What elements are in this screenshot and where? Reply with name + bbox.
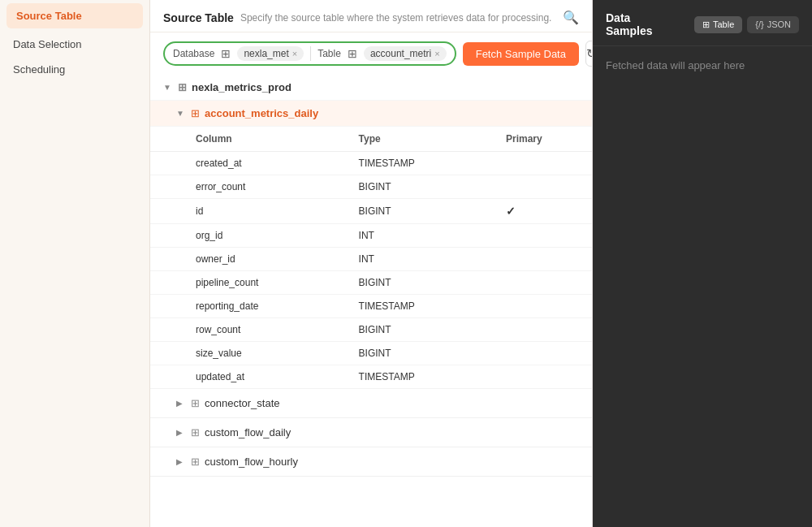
table-label: Table [317, 48, 341, 59]
table-view-icon: ⊞ [702, 19, 710, 30]
col-primary [473, 224, 592, 248]
json-view-button[interactable]: {/} JSON [747, 16, 799, 33]
sidebar-item-label: Source Table [16, 10, 82, 22]
col-primary [473, 175, 592, 199]
table-chevron-icon: ▼ [176, 109, 186, 118]
col-type: BIGINT [326, 318, 473, 342]
sidebar-item-label: Data Selection [13, 38, 82, 50]
col-name: created_at [150, 152, 326, 175]
database-table-selector: Database ⊞ nexla_met × Table ⊞ account_m… [163, 41, 456, 66]
table-row: id BIGINT ✓ [150, 199, 592, 224]
table-type-icon: ⊞ [191, 107, 200, 119]
col-primary [473, 295, 592, 318]
search-icon[interactable]: 🔍 [563, 10, 579, 25]
right-panel-header: Data Samples ⊞ Table {/} JSON [593, 0, 812, 46]
columns-table: Column Type Primary created_at TIMESTAMP… [150, 127, 592, 389]
main-header: Source Table Specify the source table wh… [150, 0, 592, 32]
col-type: TIMESTAMP [326, 295, 473, 318]
table-selector-icon: ⊞ [348, 47, 357, 60]
fetch-sample-data-button[interactable]: Fetch Sample Data [463, 42, 579, 66]
col-name: id [150, 199, 326, 224]
col-name: owner_id [150, 248, 326, 271]
sidebar-item-label: Scheduling [13, 63, 65, 76]
page-title: Source Table [163, 11, 234, 24]
collapsed-table-custom-flow-hourly[interactable]: ▶ ⊞ custom_flow_hourly [150, 447, 592, 477]
col-primary [473, 152, 592, 175]
col-primary [473, 248, 592, 271]
collapsed-table-custom-flow-daily[interactable]: ▶ ⊞ custom_flow_daily [150, 418, 592, 447]
col-primary [473, 271, 592, 295]
database-label: Database [173, 48, 214, 59]
collapsed-chevron-icon: ▶ [176, 428, 186, 437]
col-type: BIGINT [326, 342, 473, 365]
schema-chevron-icon: ▼ [163, 83, 173, 92]
right-panel: Data Samples ⊞ Table {/} JSON Fetched da… [593, 0, 812, 527]
empty-state-text: Fetched data will appear here [606, 59, 745, 71]
collapsed-table-icon: ⊞ [191, 397, 200, 409]
table-row: updated_at TIMESTAMP [150, 365, 592, 389]
database-tag[interactable]: nexla_met × [237, 46, 304, 61]
table-view-button[interactable]: ⊞ Table [694, 16, 742, 33]
col-primary [473, 365, 592, 389]
collapsed-table-icon: ⊞ [191, 426, 200, 438]
collapsed-chevron-icon: ▶ [176, 399, 186, 408]
table-row: row_count BIGINT [150, 318, 592, 342]
database-value: nexla_met [244, 48, 288, 59]
sidebar: Source Table Data Selection Scheduling [0, 0, 150, 527]
json-view-icon: {/} [755, 19, 763, 29]
table-row: error_count BIGINT [150, 175, 592, 199]
collapsed-table-name: custom_flow_hourly [205, 456, 298, 468]
selected-table-name: account_metrics_daily [205, 107, 318, 119]
col-type: BIGINT [326, 199, 473, 224]
database-remove-icon[interactable]: × [292, 49, 297, 58]
view-toggle: ⊞ Table {/} JSON [694, 16, 799, 33]
col-name: reporting_date [150, 295, 326, 318]
schema-row[interactable]: ▼ ⊞ nexla_metrics_prod [150, 75, 592, 101]
col-name: updated_at [150, 365, 326, 389]
refresh-icon: ↻ [586, 46, 593, 61]
collapsed-table-connector-state[interactable]: ▶ ⊞ connector_state [150, 389, 592, 418]
selector-divider [310, 46, 311, 61]
col-name: error_count [150, 175, 326, 199]
schema-name: nexla_metrics_prod [192, 81, 292, 93]
col-type: TIMESTAMP [326, 152, 473, 175]
sidebar-item-source-table[interactable]: Source Table [6, 3, 143, 28]
col-type: INT [326, 248, 473, 271]
col-name: pipeline_count [150, 271, 326, 295]
primary-checkmark: ✓ [506, 205, 516, 218]
table-row: size_value BIGINT [150, 342, 592, 365]
col-name: row_count [150, 318, 326, 342]
col-header-primary: Primary [473, 127, 592, 152]
schema-db-icon: ⊞ [178, 81, 187, 93]
collapsed-table-name: connector_state [205, 397, 280, 409]
table-row: org_id INT [150, 224, 592, 248]
refresh-button[interactable]: ↻ [585, 41, 593, 67]
sidebar-item-scheduling[interactable]: Scheduling [0, 57, 149, 82]
col-header-column: Column [150, 127, 326, 152]
col-name: org_id [150, 224, 326, 248]
data-samples-title: Data Samples [606, 11, 686, 37]
col-type: BIGINT [326, 175, 473, 199]
col-name: size_value [150, 342, 326, 365]
tree-content: ▼ ⊞ nexla_metrics_prod ▼ ⊞ account_metri… [150, 75, 592, 527]
col-primary: ✓ [473, 199, 592, 224]
table-row: pipeline_count BIGINT [150, 271, 592, 295]
col-primary [473, 342, 592, 365]
col-type: INT [326, 224, 473, 248]
col-type: BIGINT [326, 271, 473, 295]
table-remove-icon[interactable]: × [434, 49, 439, 58]
table-row: owner_id INT [150, 248, 592, 271]
collapsed-chevron-icon: ▶ [176, 457, 186, 466]
col-primary [473, 318, 592, 342]
database-icon: ⊞ [221, 47, 231, 60]
table-value: account_metri [370, 48, 431, 59]
collapsed-table-name: custom_flow_daily [205, 426, 291, 438]
table-tag[interactable]: account_metri × [364, 46, 447, 61]
col-type: TIMESTAMP [326, 365, 473, 389]
page-description: Specify the source table where the syste… [240, 12, 552, 24]
main-content: Source Table Specify the source table wh… [150, 0, 593, 527]
table-row: reporting_date TIMESTAMP [150, 295, 592, 318]
selected-table-row[interactable]: ▼ ⊞ account_metrics_daily [150, 101, 592, 127]
sidebar-item-data-selection[interactable]: Data Selection [0, 32, 149, 57]
selector-bar: Database ⊞ nexla_met × Table ⊞ account_m… [150, 32, 592, 75]
